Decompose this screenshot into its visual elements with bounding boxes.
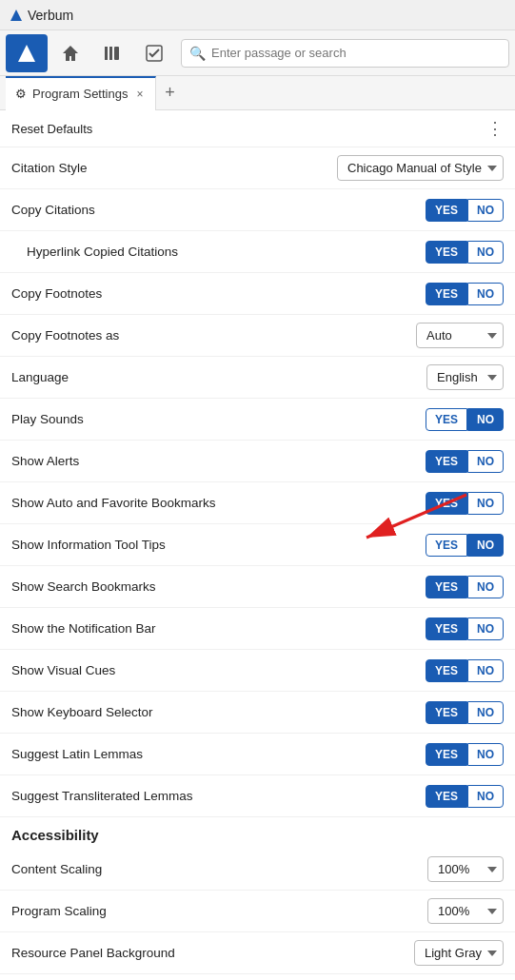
program-scaling-dropdown[interactable]: 75%100%125%150% xyxy=(427,898,504,924)
copy-footnotes-row: Copy FootnotesYESNO xyxy=(0,273,515,315)
suggest-transliterated-lemmas-toggle: YESNO xyxy=(426,785,504,808)
reset-defaults-button[interactable]: Reset Defaults xyxy=(11,122,92,136)
svg-rect-2 xyxy=(105,47,108,60)
copy-citations-no-button[interactable]: NO xyxy=(467,199,504,222)
resource-panel-background-dropdown[interactable]: Light GrayWhiteDark Gray xyxy=(414,940,504,966)
suggest-transliterated-lemmas-label: Suggest Transliterated Lemmas xyxy=(11,789,193,803)
hyperlink-copied-citations-row: Hyperlink Copied CitationsYESNO xyxy=(0,231,515,273)
show-visual-cues-row: Show Visual CuesYESNO xyxy=(0,650,515,692)
suggest-transliterated-lemmas-no-button[interactable]: NO xyxy=(467,785,504,808)
show-search-bookmarks-label: Show Search Bookmarks xyxy=(11,579,156,594)
show-visual-cues-label: Show Visual Cues xyxy=(11,663,115,677)
more-options-icon[interactable]: ⋮ xyxy=(486,118,504,139)
copy-footnotes-as-control: AutoFootnotesEndnotes xyxy=(416,323,504,348)
play-sounds-label: Play Sounds xyxy=(11,412,84,426)
show-notification-bar-toggle: YESNO xyxy=(426,617,504,640)
show-notification-bar-label: Show the Notification Bar xyxy=(11,621,156,636)
app-logo-icon xyxy=(10,9,23,22)
show-auto-favorite-bookmarks-row: Show Auto and Favorite BookmarksYESNO xyxy=(0,482,515,524)
language-label: Language xyxy=(11,370,69,384)
toolbar: 🔍 xyxy=(0,30,515,76)
citation-style-dropdown[interactable]: Chicago Manual of StyleMLAAPASBL xyxy=(337,155,504,181)
show-notification-bar-yes-button[interactable]: YES xyxy=(426,617,467,640)
svg-rect-4 xyxy=(114,47,119,60)
show-alerts-toggle: YESNO xyxy=(426,450,504,473)
show-visual-cues-yes-button[interactable]: YES xyxy=(426,659,467,682)
copy-citations-yes-button[interactable]: YES xyxy=(426,199,467,222)
content-scaling-dropdown[interactable]: 75%100%125%150% xyxy=(427,856,504,882)
show-alerts-yes-button[interactable]: YES xyxy=(426,450,467,473)
language-dropdown[interactable]: EnglishSpanishFrenchGerman xyxy=(426,364,504,390)
title-bar-text: Verbum xyxy=(28,8,73,23)
show-alerts-no-button[interactable]: NO xyxy=(467,450,504,473)
resource-panel-background-control: Light GrayWhiteDark Gray xyxy=(414,940,504,966)
copy-citations-label: Copy Citations xyxy=(11,203,95,217)
play-sounds-no-button[interactable]: NO xyxy=(467,408,504,431)
show-auto-favorite-bookmarks-label: Show Auto and Favorite Bookmarks xyxy=(11,496,216,510)
settings-content: Citation StyleChicago Manual of StyleMLA… xyxy=(0,147,515,974)
show-alerts-label: Show Alerts xyxy=(11,454,79,468)
home-button[interactable] xyxy=(51,34,89,72)
title-bar: Verbum xyxy=(0,0,515,30)
show-auto-favorite-bookmarks-yes-button[interactable]: YES xyxy=(426,492,467,515)
play-sounds-yes-button[interactable]: YES xyxy=(426,408,467,431)
program-scaling-control: 75%100%125%150% xyxy=(427,898,504,924)
show-information-tool-tips-label: Show Information Tool Tips xyxy=(11,538,166,552)
hyperlink-copied-citations-no-button[interactable]: NO xyxy=(467,241,504,264)
copy-footnotes-label: Copy Footnotes xyxy=(11,286,102,301)
suggest-latin-lemmas-yes-button[interactable]: YES xyxy=(426,743,467,766)
show-information-tool-tips-no-button[interactable]: NO xyxy=(467,534,504,557)
show-auto-favorite-bookmarks-no-button[interactable]: NO xyxy=(467,492,504,515)
copy-footnotes-as-row: Copy Footnotes asAutoFootnotesEndnotes xyxy=(0,315,515,357)
show-information-tool-tips-yes-button[interactable]: YES xyxy=(426,534,467,557)
tab-close-button[interactable]: × xyxy=(133,87,146,102)
language-control: EnglishSpanishFrenchGerman xyxy=(426,364,504,390)
suggest-transliterated-lemmas-row: Suggest Transliterated LemmasYESNO xyxy=(0,775,515,817)
show-keyboard-selector-no-button[interactable]: NO xyxy=(467,701,504,724)
show-alerts-row: Show AlertsYESNO xyxy=(0,441,515,482)
accessibility-section-header: Accessibility xyxy=(0,817,515,849)
tab-bar: ⚙ Program Settings × + xyxy=(0,76,515,110)
copy-footnotes-yes-button[interactable]: YES xyxy=(426,283,467,305)
show-keyboard-selector-label: Show Keyboard Selector xyxy=(11,705,153,719)
copy-footnotes-no-button[interactable]: NO xyxy=(467,283,504,305)
library-icon xyxy=(103,44,122,63)
program-settings-tab[interactable]: ⚙ Program Settings × xyxy=(6,76,156,110)
copy-citations-row: Copy CitationsYESNO xyxy=(0,189,515,231)
app-window: Verbum 🔍 xyxy=(0,0,515,974)
language-row: LanguageEnglishSpanishFrenchGerman xyxy=(0,357,515,399)
show-search-bookmarks-yes-button[interactable]: YES xyxy=(426,576,467,598)
hyperlink-copied-citations-toggle: YESNO xyxy=(426,241,504,264)
show-keyboard-selector-toggle: YESNO xyxy=(426,701,504,724)
hyperlink-copied-citations-label: Hyperlink Copied Citations xyxy=(27,245,178,259)
citation-style-label: Citation Style xyxy=(11,161,88,175)
show-visual-cues-no-button[interactable]: NO xyxy=(467,659,504,682)
suggest-transliterated-lemmas-yes-button[interactable]: YES xyxy=(426,785,467,808)
show-notification-bar-no-button[interactable]: NO xyxy=(467,617,504,640)
tasks-icon xyxy=(145,44,164,63)
verbum-logo-button[interactable] xyxy=(6,34,48,72)
svg-rect-3 xyxy=(109,47,112,60)
search-input[interactable] xyxy=(211,46,501,60)
suggest-latin-lemmas-no-button[interactable]: NO xyxy=(467,743,504,766)
play-sounds-toggle: YESNO xyxy=(426,408,504,431)
show-search-bookmarks-no-button[interactable]: NO xyxy=(467,576,504,598)
svg-marker-0 xyxy=(10,10,22,21)
hyperlink-copied-citations-yes-button[interactable]: YES xyxy=(426,241,467,264)
content-scaling-control: 75%100%125%150% xyxy=(427,856,504,882)
add-tab-button[interactable]: + xyxy=(156,80,183,107)
tab-label: Program Settings xyxy=(32,87,128,101)
show-information-tool-tips-toggle: YESNO xyxy=(426,534,504,557)
library-button[interactable] xyxy=(93,34,131,72)
tasks-button[interactable] xyxy=(135,34,173,72)
show-keyboard-selector-yes-button[interactable]: YES xyxy=(426,701,467,724)
copy-footnotes-as-label: Copy Footnotes as xyxy=(11,328,119,343)
citation-style-control: Chicago Manual of StyleMLAAPASBL xyxy=(337,155,504,181)
copy-footnotes-as-dropdown[interactable]: AutoFootnotesEndnotes xyxy=(416,323,504,348)
show-notification-bar-row: Show the Notification BarYESNO xyxy=(0,608,515,650)
show-keyboard-selector-row: Show Keyboard SelectorYESNO xyxy=(0,692,515,734)
action-bar: Reset Defaults ⋮ xyxy=(0,110,515,147)
copy-footnotes-toggle: YESNO xyxy=(426,283,504,305)
suggest-latin-lemmas-row: Suggest Latin LemmasYESNO xyxy=(0,734,515,775)
show-search-bookmarks-row: Show Search BookmarksYESNO xyxy=(0,566,515,608)
